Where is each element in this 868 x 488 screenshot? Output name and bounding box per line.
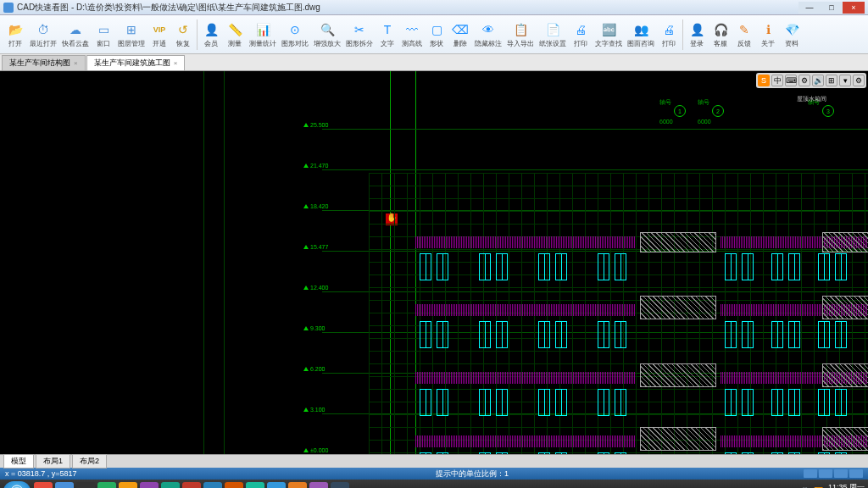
tool-icon: VIP [151,21,168,38]
tool-测量统计[interactable]: 📊测量统计 [247,19,279,50]
status-message: 提示中的单位比例：1 [141,469,804,480]
minimize-button[interactable]: — [798,2,821,14]
vent-band [415,304,636,316]
taskbar-app[interactable] [97,482,116,488]
tool-形状[interactable]: ▢形状 [425,19,448,50]
tool-图形对比[interactable]: ⊙图形对比 [279,19,311,50]
tool-图形拆分[interactable]: ✂图形拆分 [343,19,376,50]
tool-打开[interactable]: 📂打开 [3,19,27,50]
tool-客服[interactable]: 🎧客服 [709,19,732,50]
tool-登录[interactable]: 👤登录 [685,19,709,50]
clock[interactable]: 11:35 周一 2021/6/7 [828,483,865,488]
window-set [725,253,754,280]
taskbar-app[interactable] [119,482,137,488]
tool-删除[interactable]: ⌫删除 [448,19,472,50]
elevation-mark: ±0.000 [303,447,328,453]
axis-dist: 6000 [698,119,711,125]
start-button[interactable] [3,481,31,488]
tab-close-icon[interactable]: × [74,59,78,67]
time: 11:35 周一 [828,483,865,488]
tool-label: 客服 [714,39,727,48]
tool-测高线[interactable]: 〰测高线 [399,19,425,50]
window-set [771,253,800,280]
ime-btn[interactable]: S [758,75,770,86]
vent-band [415,435,636,447]
taskbar-app[interactable] [309,482,328,488]
taskbar-app[interactable] [246,482,264,488]
taskbar-app[interactable] [331,482,349,488]
taskbar-app[interactable] [288,482,307,488]
taskbar-app[interactable] [182,482,201,488]
tool-文字[interactable]: T文字 [376,19,399,50]
elevation-mark: 9.300 [303,325,326,331]
ime-btn[interactable]: ⊞ [826,75,837,86]
title-bar: CAD快速看图 - D:\造价类\投资料\一般做法\确定\图纸\某生产车间建筑施… [0,0,868,15]
layout-tab[interactable]: 布局1 [36,454,70,469]
document-tabs: 某生产车间结构图×某生产车间建筑施工图× [0,54,868,71]
window-set [598,452,626,454]
tool-label: 文字 [381,39,394,48]
tool-纸张设置[interactable]: 📄纸张设置 [537,19,569,50]
drawing-canvas[interactable]: S中⌨⚙🔊⊞▾⚙ 25.50021.47018.42015.47712.4009… [0,71,868,454]
window-set [771,321,800,348]
tool-打印[interactable]: 🖨打印 [657,19,681,50]
status-btn[interactable] [849,469,863,478]
windows-taskbar: ▲ 🔊 📶 11:35 周一 2021/6/7 [0,480,868,488]
layout-tab[interactable]: 布局2 [72,454,107,469]
tool-label: 隐藏标注 [475,39,502,48]
doc-tab[interactable]: 某生产车间建筑施工图× [86,55,186,70]
tool-最近打开[interactable]: ⏱最近打开 [27,19,59,50]
tab-close-icon[interactable]: × [174,59,178,67]
tool-快看云盘[interactable]: ☁快看云盘 [59,19,92,50]
tool-窗口[interactable]: ▭窗口 [92,19,115,50]
tool-增强放大[interactable]: 🔍增强放大 [311,19,343,50]
tool-导入导出[interactable]: 📋导入导出 [504,19,537,50]
status-btn[interactable] [819,469,832,478]
ime-btn[interactable]: ⌨ [785,75,797,86]
tool-label: 形状 [430,39,443,48]
status-btn[interactable] [834,469,848,478]
taskbar-app[interactable] [161,482,180,488]
system-tray[interactable]: ▲ 🔊 📶 11:35 周一 2021/6/7 [787,483,865,488]
tool-label: 资料 [785,39,798,48]
building-elevation [369,173,868,454]
tool-label: 关于 [761,39,775,48]
taskbar-app[interactable] [140,482,159,488]
tool-开通[interactable]: VIP开通 [147,19,171,50]
tool-恢复[interactable]: ↺恢复 [171,19,195,50]
tool-图层管理[interactable]: ⊞图层管理 [115,19,147,50]
taskbar-app[interactable] [55,482,74,488]
axis-label: 轴号 [659,98,671,107]
tool-label: 导入导出 [507,39,534,48]
tool-反馈[interactable]: ✎反馈 [732,19,756,50]
tool-icon: 👥 [632,21,649,38]
hatch-area [822,296,868,319]
tool-资料[interactable]: 💎资料 [780,19,804,50]
ime-btn[interactable]: 中 [771,75,783,86]
ime-btn[interactable]: ▾ [839,75,851,86]
tool-测量[interactable]: 📏测量 [223,19,247,50]
taskbar-app[interactable] [76,482,95,488]
ime-btn[interactable]: 🔊 [812,75,824,86]
taskbar-app[interactable] [225,482,243,488]
ime-btn[interactable]: ⚙ [798,75,810,86]
tool-会员[interactable]: 👤会员 [199,19,223,50]
status-btn[interactable] [804,469,817,478]
tool-图面咨询[interactable]: 👥图面咨询 [625,19,657,50]
tool-icon: ℹ [760,21,776,38]
tool-隐藏标注[interactable]: 👁隐藏标注 [472,19,504,50]
vent-band [415,372,636,384]
tool-打印[interactable]: 🖨打印 [569,19,593,50]
hatch-area [640,427,716,451]
maximize-button[interactable]: □ [821,2,843,14]
taskbar-app[interactable] [267,482,286,488]
tool-文字查找[interactable]: 🔤文字查找 [593,19,625,50]
doc-tab[interactable]: 某生产车间结构图× [2,55,86,70]
tool-关于[interactable]: ℹ关于 [756,19,780,50]
ime-btn[interactable]: ⚙ [853,75,865,86]
taskbar-app[interactable] [34,482,53,488]
close-button[interactable]: × [843,2,865,14]
taskbar-app[interactable] [203,482,222,488]
layout-tab[interactable]: 模型 [3,454,34,469]
tool-icon: ⌫ [452,21,469,38]
